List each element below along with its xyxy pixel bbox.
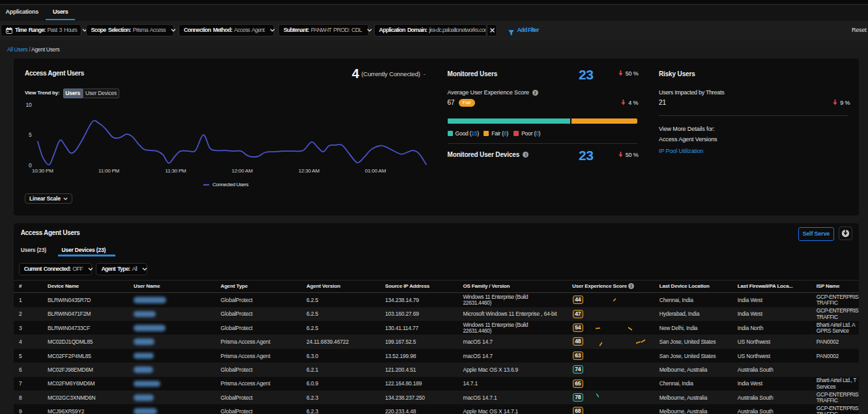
svg-text:10: 10 xyxy=(26,102,33,108)
svg-text:5: 5 xyxy=(29,131,32,138)
svg-text:0: 0 xyxy=(29,162,32,169)
